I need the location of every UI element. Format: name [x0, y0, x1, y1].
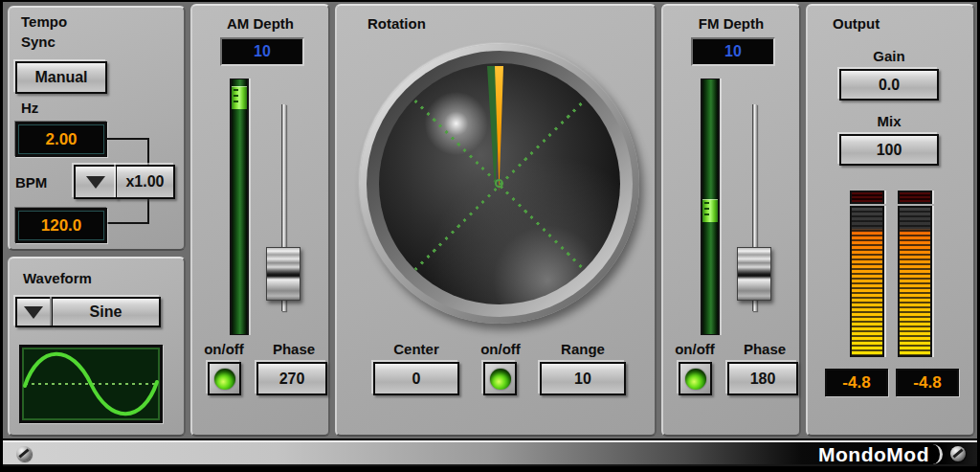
- output-level-readout-left[interactable]: -4.8: [825, 369, 888, 396]
- bar-handle-ticks: [704, 202, 709, 219]
- meter-clip-segment: [898, 191, 932, 204]
- mix-label: Mix: [839, 113, 939, 129]
- am-depth-panel: AM Depth 10 on/off Phase 270: [190, 4, 330, 437]
- rotation-range-value: 10: [574, 371, 591, 388]
- waveform-scope-display: [19, 345, 163, 423]
- rotation-panel: Rotation Center on/off Range 0 10: [335, 4, 657, 437]
- rotation-heading: Rotation: [368, 15, 426, 32]
- am-depth-bar-handle[interactable]: [232, 86, 247, 109]
- rotation-center-label: Center: [373, 341, 459, 357]
- am-onoff-button[interactable]: [208, 362, 241, 395]
- output-level-readout-right[interactable]: -4.8: [896, 369, 959, 396]
- waveform-heading: Waveform: [23, 270, 92, 286]
- fm-phase-label: Phase: [730, 341, 799, 357]
- bpm-multiplier-value-button[interactable]: x1.00: [116, 165, 175, 199]
- hz-value: 2.00: [45, 130, 77, 149]
- screw-icon: [16, 446, 32, 461]
- fm-depth-panel: FM Depth 10 on/off Phase 180: [661, 4, 801, 437]
- bottom-bar: MondoMod: [3, 440, 977, 466]
- waveform-selected-value: Sine: [90, 303, 122, 321]
- hz-display[interactable]: 2.00: [15, 122, 107, 157]
- rotation-onoff-led-icon: [490, 369, 511, 390]
- rotation-range-label: Range: [540, 341, 626, 357]
- plugin-logo: MondoMod: [818, 443, 929, 466]
- waveform-select[interactable]: Sine: [52, 297, 161, 327]
- am-onoff-label: on/off: [194, 341, 254, 357]
- fm-depth-display[interactable]: 10: [691, 37, 775, 66]
- output-meter-left: [850, 191, 884, 357]
- output-panel: Output Gain 0.0 Mix 100 -4.8 -4.8: [806, 4, 975, 437]
- fm-phase-value: 180: [750, 371, 776, 388]
- fm-depth-level-bar[interactable]: [701, 79, 720, 335]
- crosshair-center-icon: [495, 179, 503, 188]
- screw-slot: [18, 448, 29, 458]
- tempo-heading-line1: Tempo: [21, 13, 67, 30]
- gain-value: 0.0: [879, 77, 900, 94]
- fm-onoff-button[interactable]: [679, 362, 712, 395]
- rotation-center-value: 0: [412, 371, 421, 388]
- rotation-onoff-label: on/off: [475, 341, 526, 357]
- fm-slider-handle[interactable]: [737, 247, 771, 301]
- fm-onoff-led-icon: [685, 369, 706, 390]
- tempo-sync-panel: Tempo Sync Manual Hz 2.00 BPM x1.00 120.…: [8, 6, 186, 251]
- rotation-center-button[interactable]: 0: [373, 362, 459, 395]
- tempo-heading-line2: Sync: [21, 34, 56, 50]
- fm-depth-bar-handle[interactable]: [702, 199, 718, 222]
- sine-wave-graphic: [22, 348, 160, 420]
- bpm-display[interactable]: 120.0: [15, 208, 107, 243]
- mix-value: 100: [877, 142, 902, 159]
- fm-depth-value: 10: [724, 43, 742, 60]
- tempo-sync-mode-label: Manual: [34, 69, 87, 86]
- meter-clip-segment: [850, 191, 884, 204]
- waveform-dropdown-button[interactable]: [15, 297, 52, 327]
- am-depth-level-bar[interactable]: [230, 79, 249, 335]
- fm-phase-button[interactable]: 180: [727, 362, 798, 395]
- output-level-left-value: -4.8: [842, 373, 870, 393]
- meter-level-segments: [898, 206, 932, 357]
- am-onoff-led-icon: [214, 369, 235, 390]
- rotation-range-button[interactable]: 10: [540, 362, 626, 395]
- bar-handle-ticks: [234, 89, 238, 106]
- am-heading: AM Depth: [192, 15, 328, 32]
- bpm-label: BPM: [15, 174, 47, 191]
- bpm-multiplier-dropdown-button[interactable]: [74, 165, 118, 199]
- gain-button[interactable]: 0.0: [839, 69, 939, 101]
- bpm-value: 120.0: [41, 216, 82, 236]
- output-level-right-value: -4.8: [913, 373, 941, 393]
- fm-onoff-label: on/off: [665, 341, 724, 357]
- plugin-window: Tempo Sync Manual Hz 2.00 BPM x1.00 120.…: [0, 0, 980, 472]
- rotation-onoff-button[interactable]: [483, 362, 517, 395]
- rotation-ball-bezel: [360, 44, 639, 324]
- screw-slot: [952, 448, 963, 458]
- am-phase-label: Phase: [259, 341, 328, 357]
- bpm-to-multiplier-connector: [107, 197, 149, 224]
- am-slider-handle[interactable]: [266, 247, 301, 301]
- am-phase-value: 270: [279, 371, 305, 388]
- am-phase-button[interactable]: 270: [256, 362, 327, 395]
- am-depth-display[interactable]: 10: [220, 37, 304, 66]
- dropdown-arrow-icon: [86, 176, 105, 189]
- meter-level-segments: [850, 206, 884, 357]
- am-depth-value: 10: [254, 43, 271, 60]
- output-heading: Output: [833, 15, 880, 32]
- dropdown-arrow-icon: [24, 306, 43, 319]
- waveform-panel: Waveform Sine: [8, 257, 186, 437]
- hz-to-multiplier-connector: [107, 138, 149, 165]
- mix-button[interactable]: 100: [839, 134, 939, 166]
- screw-icon: [950, 446, 966, 461]
- rotation-ball-ring: [367, 51, 633, 317]
- hz-label: Hz: [21, 100, 38, 116]
- gain-label: Gain: [839, 48, 939, 64]
- rotation-ball-control[interactable]: [379, 63, 620, 304]
- tempo-sync-mode-button[interactable]: Manual: [15, 61, 107, 94]
- bpm-multiplier-value: x1.00: [125, 173, 164, 191]
- output-meter-right: [898, 191, 932, 357]
- fm-heading: FM Depth: [663, 15, 799, 32]
- logo-end-cap: [931, 444, 943, 464]
